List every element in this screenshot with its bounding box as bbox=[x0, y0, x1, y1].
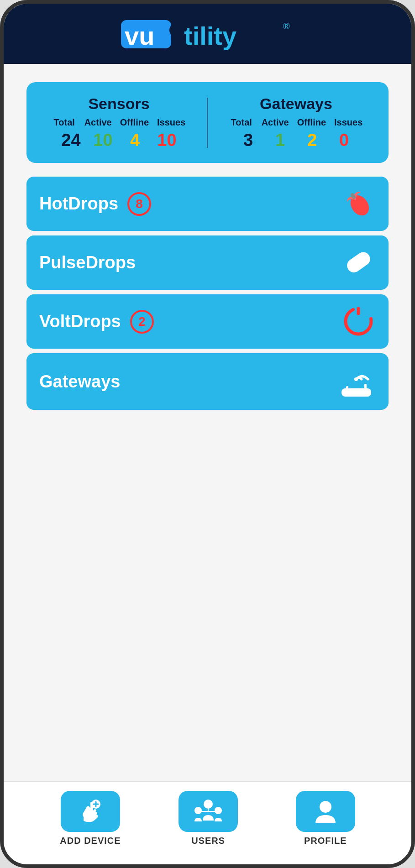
hotdrops-item[interactable]: HotDrops 8 bbox=[26, 177, 389, 231]
stats-divider bbox=[207, 98, 208, 148]
add-device-label: ADD DEVICE bbox=[60, 836, 121, 846]
sensors-offline: 4 bbox=[123, 131, 147, 150]
voltdrops-name: VoltDrops bbox=[39, 312, 121, 331]
svg-point-2 bbox=[169, 23, 184, 37]
stats-card: Sensors Total Active Offline Issues 24 1… bbox=[26, 82, 389, 163]
svg-rect-7 bbox=[344, 250, 373, 275]
header: vu tility ® bbox=[4, 4, 411, 64]
gateways-label-active: Active bbox=[262, 117, 289, 128]
pulsedrops-name: PulseDrops bbox=[39, 253, 136, 272]
gateways-labels: Total Active Offline Issues bbox=[230, 117, 363, 128]
profile-icon bbox=[312, 798, 339, 825]
device-list: HotDrops 8 PulseDrops bbox=[26, 177, 389, 410]
sensors-label-issues: Issues bbox=[157, 117, 185, 128]
voltdrops-left: VoltDrops 2 bbox=[39, 310, 154, 334]
gateways-left: Gateways bbox=[39, 372, 120, 392]
pulsedrops-item[interactable]: PulseDrops bbox=[26, 235, 389, 290]
sensors-issues: 10 bbox=[155, 131, 179, 150]
hotdrops-left: HotDrops 8 bbox=[39, 192, 151, 216]
logo-svg: vu tility ® bbox=[121, 16, 294, 53]
profile-label: PROFILE bbox=[304, 836, 347, 846]
gateways-active: 1 bbox=[268, 131, 292, 150]
sensors-active: 10 bbox=[91, 131, 115, 150]
sensors-labels: Total Active Offline Issues bbox=[53, 117, 186, 128]
pulsedrop-icon bbox=[341, 246, 376, 280]
voltdrop-icon bbox=[341, 304, 376, 339]
users-button[interactable] bbox=[179, 791, 238, 832]
svg-rect-12 bbox=[346, 386, 348, 390]
hotdrops-name: HotDrops bbox=[39, 194, 118, 214]
bottom-nav: ADD DEVICE USE bbox=[4, 781, 411, 864]
svg-text:tility: tility bbox=[184, 21, 236, 50]
gateways-total: 3 bbox=[236, 131, 260, 150]
hotdrop-icon bbox=[341, 187, 376, 221]
main-content: Sensors Total Active Offline Issues 24 1… bbox=[4, 64, 411, 781]
gateways-offline: 2 bbox=[300, 131, 324, 150]
sensors-values: 24 10 4 10 bbox=[59, 131, 179, 150]
gateways-title: Gateways bbox=[260, 95, 332, 113]
nav-users[interactable]: USERS bbox=[179, 791, 238, 846]
sensors-title: Sensors bbox=[88, 95, 149, 113]
pulsedrops-left: PulseDrops bbox=[39, 253, 136, 272]
nav-add-device[interactable]: ADD DEVICE bbox=[60, 791, 121, 846]
svg-point-10 bbox=[354, 377, 358, 381]
voltdrops-item[interactable]: VoltDrops 2 bbox=[26, 294, 389, 349]
users-label: USERS bbox=[191, 836, 225, 846]
sensors-label-total: Total bbox=[53, 117, 76, 128]
svg-point-5 bbox=[347, 192, 373, 219]
sensors-label-offline: Offline bbox=[120, 117, 149, 128]
svg-rect-13 bbox=[364, 384, 367, 389]
gateways-values: 3 1 2 0 bbox=[236, 131, 356, 150]
svg-text:vu: vu bbox=[125, 21, 154, 50]
gateways-issues: 0 bbox=[332, 131, 356, 150]
gateways-name: Gateways bbox=[39, 372, 120, 392]
svg-rect-11 bbox=[341, 388, 371, 397]
nav-profile[interactable]: PROFILE bbox=[296, 791, 355, 846]
profile-button[interactable] bbox=[296, 791, 355, 832]
users-icon bbox=[194, 798, 223, 825]
hotdrops-badge: 8 bbox=[127, 192, 151, 216]
logo: vu tility ® bbox=[121, 16, 294, 53]
gateways-label-total: Total bbox=[230, 117, 253, 128]
voltdrops-badge: 2 bbox=[130, 310, 154, 334]
svg-point-17 bbox=[204, 800, 213, 809]
gateways-label-issues: Issues bbox=[334, 117, 362, 128]
svg-text:®: ® bbox=[283, 21, 290, 31]
sensors-section: Sensors Total Active Offline Issues 24 1… bbox=[40, 95, 198, 150]
gateways-section: Gateways Total Active Offline Issues 3 1… bbox=[217, 95, 375, 150]
phone-frame: vu tility ® Sensors Total Active Offline… bbox=[0, 0, 415, 868]
gateways-item[interactable]: Gateways bbox=[26, 353, 389, 410]
add-device-icon bbox=[77, 798, 104, 825]
sensors-label-active: Active bbox=[84, 117, 112, 128]
gateways-label-offline: Offline bbox=[297, 117, 326, 128]
gateway-icon bbox=[337, 363, 376, 400]
svg-point-24 bbox=[320, 801, 331, 813]
add-device-button[interactable] bbox=[61, 791, 120, 832]
sensors-total: 24 bbox=[59, 131, 83, 150]
